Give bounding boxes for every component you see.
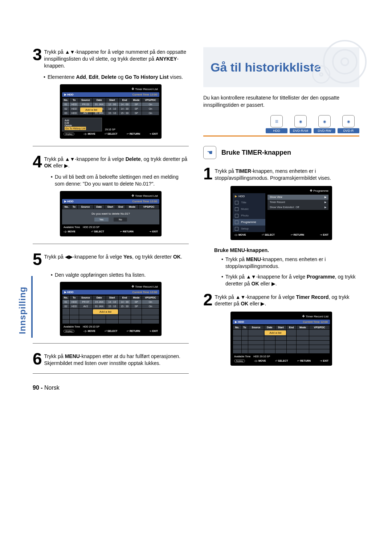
step-4-text: Trykk på ▲▼-knappene for å velge Delete,…	[44, 154, 189, 170]
dvd-r-icon: ◉	[342, 115, 355, 127]
osd-right-step2: ❖ Timer Record List ▶ HDDCurrent Time 12…	[230, 312, 332, 366]
osd-step3: ❖ Timer Record List ▶ HDDCurrent Time 12…	[60, 84, 162, 139]
delete-dialog: Do you want to delete No.01? Yes No	[62, 209, 159, 224]
hand-icon: ☚	[203, 146, 216, 159]
osd-step5: ❖ Timer Record List ▶ HDDCurrent Time 12…	[60, 282, 162, 336]
osd-programme: ❖ Programme ▶ HDD Title Music Photo Prog…	[230, 186, 332, 240]
dvd-rw-icon: ◉	[318, 115, 331, 127]
menu-bullet-1: Trykk på MENU-knappen, mens enheten er i…	[221, 256, 359, 270]
anykey-badge: Anykey	[234, 360, 245, 362]
media-chips: ☰HDD ◉DVD-RAM ◉DVD-RW ◉DVD-R	[203, 115, 359, 133]
anykey-badge: Anykey	[64, 133, 74, 135]
step-5-text: Trykk på ◀▶-knappene for å velge Yes, og…	[44, 252, 182, 267]
step-4-number: 4	[33, 154, 42, 170]
anykey-badge: Anykey	[64, 330, 74, 333]
dvd-ram-icon: ◉	[294, 115, 307, 127]
timer-heading: Bruke TIMER-knappen	[221, 149, 291, 157]
dialog-yes-button[interactable]: Yes	[94, 218, 109, 222]
step-3-bullet: Elementene Add, Edit, Delete og Go To Hi…	[44, 74, 189, 81]
step-4-bullet: Du vil bli bedt om å bekrefte slettingen…	[51, 174, 189, 187]
disc-illustration	[298, 51, 356, 84]
osd-step4: ❖ Timer Record List ▶ HDDCurrent Time 12…	[60, 191, 162, 236]
right-step-1-text: Trykk på TIMER-knappen, mens enheten er …	[215, 166, 359, 182]
step-3-number: 3	[33, 47, 42, 69]
right-step-2-text: Trykk på ▲▼-knappene for å velge Timer R…	[215, 292, 359, 308]
context-menu: Add Edit Delete Go To History List	[62, 118, 102, 131]
page-number: 90 - Norsk	[33, 385, 189, 391]
dialog-no-button[interactable]: No	[114, 218, 127, 222]
hdd-icon: ☰	[270, 115, 283, 127]
menu-bullet-2: Trykk på ▲▼-knappene for å velge Program…	[221, 273, 359, 287]
add-a-list-strip: Add a list	[80, 107, 102, 112]
step-5-number: 5	[33, 252, 42, 267]
right-step-2-number: 2	[203, 292, 213, 308]
right-step-1-number: 1	[203, 166, 213, 182]
step-3-text: Trykk på ▲▼-knappene for å velge nummere…	[44, 47, 189, 69]
step-6-number: 6	[33, 352, 42, 367]
intro-text: Du kan kontrollere resultatene for titte…	[203, 94, 359, 109]
step-6-text: Trykk på MENU-knappen etter at du har fu…	[44, 352, 189, 367]
menu-subheading: Bruke MENU-knappen.	[214, 247, 359, 253]
section-headline: Gå til historikkliste	[203, 47, 359, 87]
step-5-bullet: Den valgte oppføringen slettes fra liste…	[51, 272, 189, 279]
